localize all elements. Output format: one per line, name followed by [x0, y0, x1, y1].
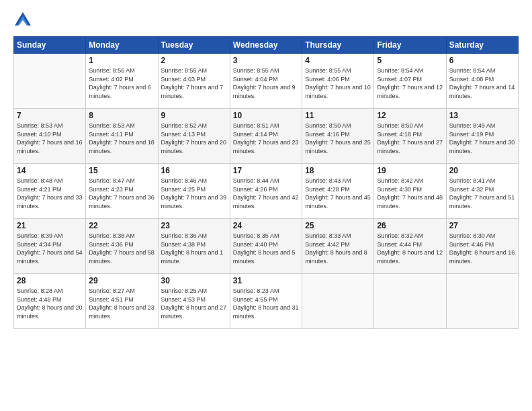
day-number: 26	[377, 221, 443, 230]
calendar-cell: 6Sunrise: 8:54 AMSunset: 4:08 PMDaylight…	[446, 54, 518, 109]
day-number: 30	[161, 276, 227, 285]
day-info: Sunrise: 8:48 AMSunset: 4:21 PMDaylight:…	[17, 177, 83, 210]
calendar-cell: 8Sunrise: 8:53 AMSunset: 4:11 PMDaylight…	[86, 109, 158, 164]
day-number: 18	[305, 166, 371, 175]
day-number: 25	[305, 221, 371, 230]
day-number: 12	[377, 111, 443, 120]
calendar-cell: 12Sunrise: 8:50 AMSunset: 4:18 PMDayligh…	[374, 109, 446, 164]
calendar-header-monday: Monday	[86, 37, 158, 54]
logo-icon	[13, 11, 32, 30]
calendar-cell: 29Sunrise: 8:27 AMSunset: 4:51 PMDayligh…	[86, 274, 158, 329]
calendar-header-sunday: Sunday	[14, 37, 86, 54]
day-number: 13	[449, 111, 515, 120]
day-number: 2	[161, 56, 227, 65]
day-number: 17	[233, 166, 299, 175]
day-info: Sunrise: 8:28 AMSunset: 4:48 PMDaylight:…	[17, 287, 83, 320]
calendar-cell: 4Sunrise: 8:55 AMSunset: 4:06 PMDaylight…	[302, 54, 374, 109]
calendar-header-friday: Friday	[374, 37, 446, 54]
calendar-header-row: SundayMondayTuesdayWednesdayThursdayFrid…	[14, 37, 519, 54]
day-number: 11	[305, 111, 371, 120]
calendar-cell: 31Sunrise: 8:23 AMSunset: 4:55 PMDayligh…	[230, 274, 302, 329]
calendar-cell: 18Sunrise: 8:43 AMSunset: 4:28 PMDayligh…	[302, 164, 374, 219]
calendar-cell: 20Sunrise: 8:41 AMSunset: 4:32 PMDayligh…	[446, 164, 518, 219]
day-info: Sunrise: 8:55 AMSunset: 4:06 PMDaylight:…	[305, 66, 371, 100]
calendar-cell: 15Sunrise: 8:47 AMSunset: 4:23 PMDayligh…	[86, 164, 158, 219]
day-info: Sunrise: 8:46 AMSunset: 4:25 PMDaylight:…	[161, 177, 227, 210]
calendar-header-saturday: Saturday	[446, 37, 518, 54]
day-number: 20	[449, 166, 515, 175]
calendar-cell: 1Sunrise: 8:56 AMSunset: 4:02 PMDaylight…	[86, 54, 158, 109]
day-info: Sunrise: 8:52 AMSunset: 4:13 PMDaylight:…	[161, 122, 227, 155]
calendar-header-tuesday: Tuesday	[158, 37, 230, 54]
day-info: Sunrise: 8:55 AMSunset: 4:04 PMDaylight:…	[233, 66, 299, 100]
day-info: Sunrise: 8:35 AMSunset: 4:40 PMDaylight:…	[233, 232, 299, 265]
calendar-week-row: 7Sunrise: 8:53 AMSunset: 4:10 PMDaylight…	[14, 109, 519, 164]
day-info: Sunrise: 8:54 AMSunset: 4:08 PMDaylight:…	[449, 66, 515, 100]
day-info: Sunrise: 8:27 AMSunset: 4:51 PMDaylight:…	[89, 287, 154, 320]
calendar-cell: 7Sunrise: 8:53 AMSunset: 4:10 PMDaylight…	[14, 109, 86, 164]
day-info: Sunrise: 8:53 AMSunset: 4:11 PMDaylight:…	[89, 122, 154, 155]
day-number: 4	[305, 56, 371, 65]
day-info: Sunrise: 8:32 AMSunset: 4:44 PMDaylight:…	[377, 232, 443, 265]
calendar-cell: 28Sunrise: 8:28 AMSunset: 4:48 PMDayligh…	[14, 274, 86, 329]
calendar-week-row: 28Sunrise: 8:28 AMSunset: 4:48 PMDayligh…	[14, 274, 519, 329]
calendar-cell	[302, 274, 374, 329]
calendar-cell: 3Sunrise: 8:55 AMSunset: 4:04 PMDaylight…	[230, 54, 302, 109]
calendar-week-row: 1Sunrise: 8:56 AMSunset: 4:02 PMDaylight…	[14, 54, 519, 109]
page: SundayMondayTuesdayWednesdayThursdayFrid…	[0, 0, 532, 411]
header	[13, 11, 519, 30]
calendar-cell: 26Sunrise: 8:32 AMSunset: 4:44 PMDayligh…	[374, 219, 446, 274]
calendar-week-row: 14Sunrise: 8:48 AMSunset: 4:21 PMDayligh…	[14, 164, 519, 219]
day-number: 24	[233, 221, 299, 230]
day-number: 14	[17, 166, 83, 175]
day-info: Sunrise: 8:30 AMSunset: 4:46 PMDaylight:…	[449, 232, 515, 265]
day-info: Sunrise: 8:23 AMSunset: 4:55 PMDaylight:…	[233, 287, 299, 320]
day-number: 15	[89, 166, 154, 175]
day-info: Sunrise: 8:39 AMSunset: 4:34 PMDaylight:…	[17, 232, 83, 265]
calendar-cell: 11Sunrise: 8:50 AMSunset: 4:16 PMDayligh…	[302, 109, 374, 164]
day-info: Sunrise: 8:50 AMSunset: 4:16 PMDaylight:…	[305, 122, 371, 155]
day-info: Sunrise: 8:25 AMSunset: 4:53 PMDaylight:…	[161, 287, 227, 320]
logo	[13, 11, 35, 30]
day-info: Sunrise: 8:47 AMSunset: 4:23 PMDaylight:…	[89, 177, 154, 210]
day-info: Sunrise: 8:56 AMSunset: 4:02 PMDaylight:…	[89, 66, 154, 100]
day-number: 21	[17, 221, 83, 230]
calendar-cell	[14, 54, 86, 109]
day-info: Sunrise: 8:33 AMSunset: 4:42 PMDaylight:…	[305, 232, 371, 265]
day-info: Sunrise: 8:41 AMSunset: 4:32 PMDaylight:…	[449, 177, 515, 210]
day-number: 3	[233, 56, 299, 65]
day-number: 29	[89, 276, 154, 285]
calendar-cell: 25Sunrise: 8:33 AMSunset: 4:42 PMDayligh…	[302, 219, 374, 274]
day-info: Sunrise: 8:50 AMSunset: 4:18 PMDaylight:…	[377, 122, 443, 155]
day-info: Sunrise: 8:38 AMSunset: 4:36 PMDaylight:…	[89, 232, 154, 265]
day-number: 23	[161, 221, 227, 230]
calendar-cell	[374, 274, 446, 329]
day-info: Sunrise: 8:54 AMSunset: 4:07 PMDaylight:…	[377, 66, 443, 100]
day-number: 22	[89, 221, 154, 230]
calendar-cell: 27Sunrise: 8:30 AMSunset: 4:46 PMDayligh…	[446, 219, 518, 274]
day-number: 28	[17, 276, 83, 285]
day-info: Sunrise: 8:55 AMSunset: 4:03 PMDaylight:…	[161, 66, 227, 100]
day-number: 1	[89, 56, 154, 65]
day-number: 6	[449, 56, 515, 65]
calendar-cell: 13Sunrise: 8:49 AMSunset: 4:19 PMDayligh…	[446, 109, 518, 164]
day-number: 8	[89, 111, 154, 120]
day-info: Sunrise: 8:36 AMSunset: 4:38 PMDaylight:…	[161, 232, 227, 265]
day-info: Sunrise: 8:51 AMSunset: 4:14 PMDaylight:…	[233, 122, 299, 155]
day-number: 16	[161, 166, 227, 175]
calendar-cell: 2Sunrise: 8:55 AMSunset: 4:03 PMDaylight…	[158, 54, 230, 109]
calendar-cell: 10Sunrise: 8:51 AMSunset: 4:14 PMDayligh…	[230, 109, 302, 164]
day-number: 9	[161, 111, 227, 120]
calendar-cell: 5Sunrise: 8:54 AMSunset: 4:07 PMDaylight…	[374, 54, 446, 109]
calendar-table: SundayMondayTuesdayWednesdayThursdayFrid…	[13, 36, 519, 329]
day-number: 7	[17, 111, 83, 120]
calendar-cell: 17Sunrise: 8:44 AMSunset: 4:26 PMDayligh…	[230, 164, 302, 219]
day-info: Sunrise: 8:42 AMSunset: 4:30 PMDaylight:…	[377, 177, 443, 210]
day-info: Sunrise: 8:49 AMSunset: 4:19 PMDaylight:…	[449, 122, 515, 155]
day-number: 10	[233, 111, 299, 120]
calendar-cell: 24Sunrise: 8:35 AMSunset: 4:40 PMDayligh…	[230, 219, 302, 274]
calendar-cell: 21Sunrise: 8:39 AMSunset: 4:34 PMDayligh…	[14, 219, 86, 274]
calendar-cell	[446, 274, 518, 329]
day-number: 5	[377, 56, 443, 65]
day-number: 31	[233, 276, 299, 285]
